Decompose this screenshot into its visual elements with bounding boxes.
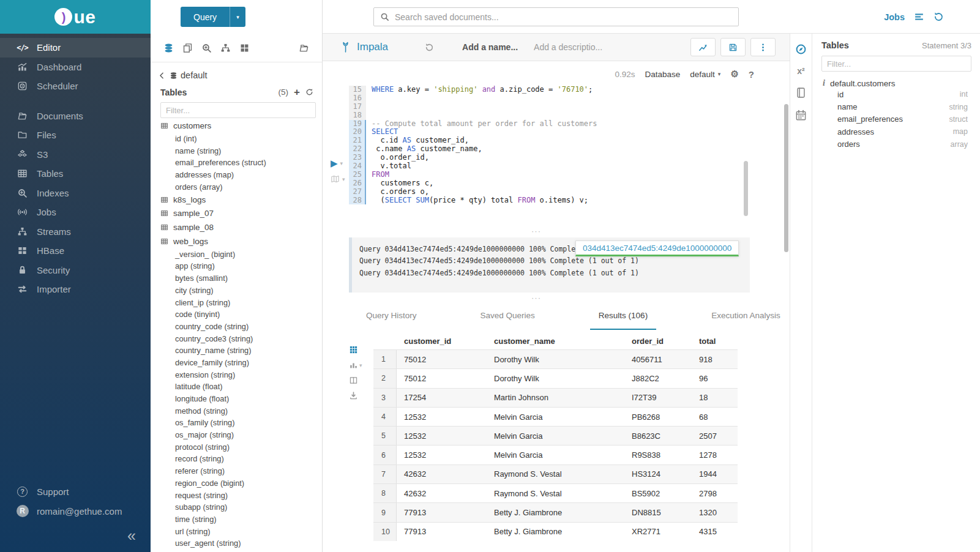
assist-column[interactable]: orders (array) <box>160 181 322 193</box>
assist-column[interactable]: id (int) <box>160 133 322 145</box>
assist-column[interactable]: latitude (float) <box>160 381 322 393</box>
database-dropdown[interactable]: default ▾ <box>690 70 720 79</box>
jobs-list-icon[interactable] <box>914 12 924 22</box>
folder-open-icon[interactable] <box>294 43 313 53</box>
assist-column[interactable]: referer (string) <box>160 465 322 477</box>
copy-documents-icon[interactable] <box>178 43 197 53</box>
query-button-label[interactable]: Query <box>181 7 230 27</box>
sidebar-item-dashboard[interactable]: Dashboard <box>0 58 151 77</box>
sidebar-item-support[interactable]: ? Support <box>0 482 151 501</box>
results-header[interactable]: customer_id <box>397 337 487 346</box>
assist-column[interactable]: user_agent (string) <box>160 537 322 550</box>
collapse-sidebar-icon[interactable]: « <box>127 527 136 544</box>
sidebar-item-indexes[interactable]: Indexes <box>0 184 151 203</box>
assist-filter-input[interactable] <box>160 102 316 118</box>
assist-column[interactable]: subapp (string) <box>160 501 322 513</box>
database-icon[interactable] <box>159 43 178 53</box>
query-dropdown-caret-icon[interactable]: ▾ <box>230 7 245 27</box>
assist-column[interactable]: addresses (map) <box>160 169 322 181</box>
engine-selector[interactable]: Impala <box>340 41 388 53</box>
download-icon[interactable] <box>349 391 365 400</box>
assist-column[interactable]: url (string) <box>160 525 322 537</box>
results-header[interactable]: customer_name <box>487 337 624 346</box>
assist-column[interactable]: time (string) <box>160 513 322 526</box>
editor-scrollbar[interactable] <box>744 161 748 216</box>
zoom-in-icon[interactable] <box>197 43 216 53</box>
columns-view-icon[interactable] <box>349 376 365 385</box>
right-panel-column[interactable]: addressesmap <box>821 125 971 138</box>
assist-column[interactable]: longitude (float) <box>160 393 322 405</box>
query-button[interactable]: Query ▾ <box>181 7 245 27</box>
tab-saved-queries[interactable]: Saved Queries <box>472 307 544 330</box>
sitemap-icon[interactable] <box>216 43 235 53</box>
assist-column[interactable]: device_family (string) <box>160 357 322 369</box>
results-header[interactable]: total <box>692 337 738 346</box>
right-filter-input[interactable] <box>821 56 971 72</box>
more-actions-button[interactable] <box>750 38 776 56</box>
resize-handle-top[interactable]: ··· <box>323 229 750 235</box>
assist-table-k8s-logs[interactable]: k8s_logs <box>160 193 322 207</box>
assistant-compass-icon[interactable] <box>795 43 807 55</box>
assist-column[interactable]: request (string) <box>160 489 322 501</box>
grid-view-icon[interactable] <box>349 345 365 354</box>
sidebar-item-jobs[interactable]: Jobs <box>0 203 151 222</box>
sidebar-item-scheduler[interactable]: Scheduler <box>0 76 151 96</box>
minimap-icon[interactable] <box>331 174 340 184</box>
assist-column[interactable]: region_code (bigint) <box>160 477 322 489</box>
assist-column[interactable]: os_major (string) <box>160 429 322 441</box>
tab-results-106-[interactable]: Results (106) <box>590 307 656 330</box>
sidebar-item-security[interactable]: Security <box>0 261 151 280</box>
sidebar-item-hbase[interactable]: HBase <box>0 241 151 261</box>
assist-table-customers[interactable]: customers <box>160 119 322 133</box>
assist-column[interactable]: client_ip (string) <box>160 296 322 308</box>
results-header[interactable]: order_id <box>624 337 692 346</box>
execute-options-caret-icon[interactable]: ▾ <box>340 160 343 166</box>
query-id-link[interactable]: 034d413ec7474ed5:4249de1000000000 <box>575 241 739 256</box>
save-button[interactable] <box>720 38 746 56</box>
assist-column[interactable]: record (string) <box>160 453 322 465</box>
active-table[interactable]: i default.customers <box>821 78 971 88</box>
execute-play-button[interactable]: ▶ <box>331 159 338 168</box>
resize-handle-bottom[interactable]: ··· <box>323 296 750 302</box>
language-reference-icon[interactable] <box>795 87 807 99</box>
right-panel-column[interactable]: idint <box>821 88 971 100</box>
sidebar-item-streams[interactable]: Streams <box>0 222 151 242</box>
chart-button[interactable] <box>690 38 716 56</box>
assist-column[interactable]: method (string) <box>160 405 322 417</box>
refresh-icon[interactable] <box>305 88 313 96</box>
help-question-icon[interactable]: ? <box>749 69 754 80</box>
history-icon[interactable] <box>933 12 944 22</box>
sidebar-item-tables[interactable]: Tables <box>0 164 151 184</box>
functions-icon[interactable]: x² <box>797 66 804 76</box>
jobs-link[interactable]: Jobs <box>884 12 905 22</box>
assist-column[interactable]: email_preferences (struct) <box>160 157 322 169</box>
chart-view-icon[interactable]: ▾ <box>349 360 365 370</box>
query-name-field[interactable]: Add a name... <box>462 42 518 52</box>
sidebar-item-s3[interactable]: S3 <box>0 145 151 165</box>
assist-column[interactable]: _version_ (bigint) <box>160 248 322 260</box>
assist-table-sample-07[interactable]: sample_07 <box>160 207 322 221</box>
hue-logo[interactable]: ) ue <box>0 0 151 34</box>
assist-column[interactable]: code (tinyint) <box>160 308 322 321</box>
right-panel-column[interactable]: namestring <box>821 100 971 113</box>
main-scrollbar[interactable] <box>784 104 788 252</box>
sidebar-item-editor[interactable]: </>Editor <box>0 38 151 58</box>
sidebar-item-documents[interactable]: Documents <box>0 106 151 126</box>
assist-table-web-logs[interactable]: web_logs <box>160 234 322 248</box>
assist-column[interactable]: bytes (smallint) <box>160 272 322 285</box>
tab-execution-analysis[interactable]: Execution Analysis <box>703 307 789 330</box>
grid4-icon[interactable] <box>235 43 254 53</box>
sidebar-item-user[interactable]: R romain@gethue.com <box>0 501 151 521</box>
assist-column[interactable]: country_name (string) <box>160 345 322 357</box>
assist-column[interactable]: country_code (string) <box>160 321 322 333</box>
assist-column[interactable]: protocol (string) <box>160 441 322 453</box>
assist-column[interactable]: extension (string) <box>160 368 322 381</box>
assist-column[interactable]: os_family (string) <box>160 417 322 429</box>
assist-column[interactable]: app (string) <box>160 260 322 272</box>
back-chevron-icon[interactable] <box>158 72 166 80</box>
assist-column[interactable]: city (string) <box>160 284 322 296</box>
right-panel-column[interactable]: email_preferencesstruct <box>821 113 971 125</box>
assist-table-sample-08[interactable]: sample_08 <box>160 220 322 234</box>
sidebar-item-files[interactable]: Files <box>0 125 151 145</box>
breadcrumb-database[interactable]: default <box>181 70 208 80</box>
